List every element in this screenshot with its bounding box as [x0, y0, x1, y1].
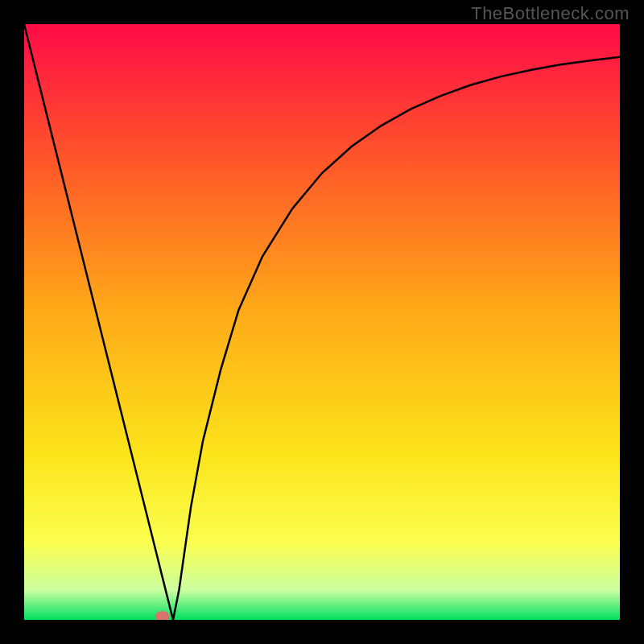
watermark-text: TheBottleneck.com [471, 3, 630, 24]
gradient-background [24, 24, 620, 620]
plot-area [24, 24, 620, 620]
chart-container: TheBottleneck.com [0, 0, 644, 644]
chart-svg [24, 24, 620, 620]
